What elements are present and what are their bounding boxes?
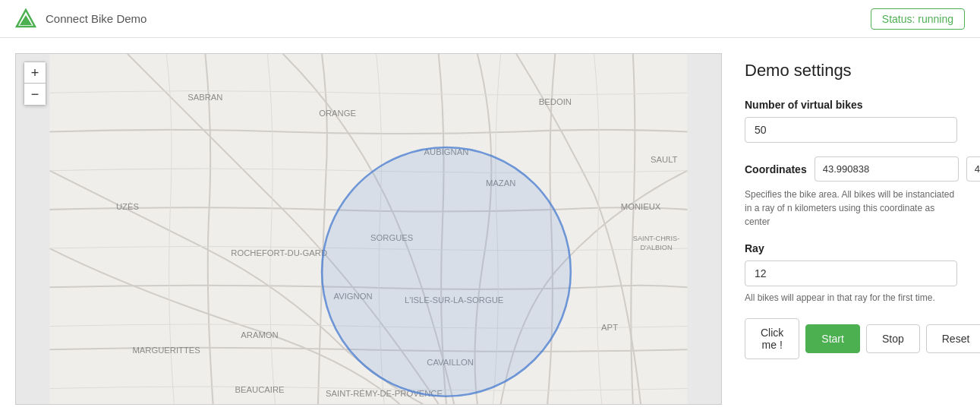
svg-point-24: [322, 147, 571, 396]
coord-lat-input[interactable]: [815, 156, 959, 182]
virtual-bikes-group: Number of virtual bikes: [745, 99, 957, 143]
zoom-in-button[interactable]: +: [24, 62, 46, 84]
click-me-button[interactable]: Click me !: [745, 318, 799, 359]
map-zoom-controls: + −: [24, 62, 46, 106]
coord-lng-input[interactable]: [966, 156, 980, 182]
svg-text:BEDOIN: BEDOIN: [539, 97, 572, 106]
map-svg: SABRAN ORANGE BEDOIN SAULT UZÈS AUBIGNAN…: [16, 54, 721, 404]
header-left: Connect Bike Demo: [15, 8, 147, 30]
coordinates-group: Coordinates Specifies the bike area. All…: [745, 156, 957, 229]
virtual-bikes-input[interactable]: [745, 117, 957, 143]
settings-title: Demo settings: [745, 61, 957, 81]
logo-icon: [15, 8, 36, 30]
svg-text:MARGUERITTES: MARGUERITTES: [132, 346, 200, 355]
svg-text:UZÈS: UZÈS: [116, 202, 139, 211]
coordinates-label: Coordinates: [745, 163, 807, 175]
svg-text:MONIEUX: MONIEUX: [621, 202, 661, 211]
coordinates-hint: Specifies the bike area. All bikes will …: [745, 188, 957, 229]
svg-text:SAINT-CHRIS-: SAINT-CHRIS-: [633, 235, 679, 242]
settings-panel: Demo settings Number of virtual bikes Co…: [722, 38, 980, 420]
virtual-bikes-label: Number of virtual bikes: [745, 99, 957, 111]
ray-group: Ray All bikes will appear in that ray fo…: [745, 242, 957, 303]
ray-input[interactable]: [745, 261, 957, 286]
svg-text:SAULT: SAULT: [651, 155, 678, 164]
svg-text:SABRAN: SABRAN: [187, 93, 222, 102]
ray-hint: All bikes will appear in that ray for th…: [745, 292, 957, 303]
reset-button[interactable]: Reset: [926, 324, 980, 353]
map-container: + −: [15, 53, 722, 405]
ray-label: Ray: [745, 242, 957, 254]
svg-text:ROCHEFORT-DU-GARD: ROCHEFORT-DU-GARD: [231, 248, 327, 257]
svg-text:ORANGE: ORANGE: [319, 109, 356, 118]
zoom-out-button[interactable]: −: [24, 84, 46, 105]
svg-text:APT: APT: [601, 323, 618, 332]
svg-text:BEAUCAIRE: BEAUCAIRE: [235, 385, 285, 394]
svg-text:ARAMON: ARAMON: [241, 330, 278, 339]
app-title: Connect Bike Demo: [46, 12, 147, 25]
app-header: Connect Bike Demo Status: running: [0, 0, 980, 38]
coordinates-row: Coordinates: [745, 156, 957, 182]
svg-text:D'ALBION: D'ALBION: [640, 244, 672, 251]
start-button[interactable]: Start: [805, 324, 860, 353]
status-badge: Status: running: [871, 8, 965, 30]
action-buttons: Click me ! Start Stop Reset: [745, 318, 957, 359]
main-content: + −: [0, 38, 980, 420]
stop-button[interactable]: Stop: [866, 324, 920, 353]
